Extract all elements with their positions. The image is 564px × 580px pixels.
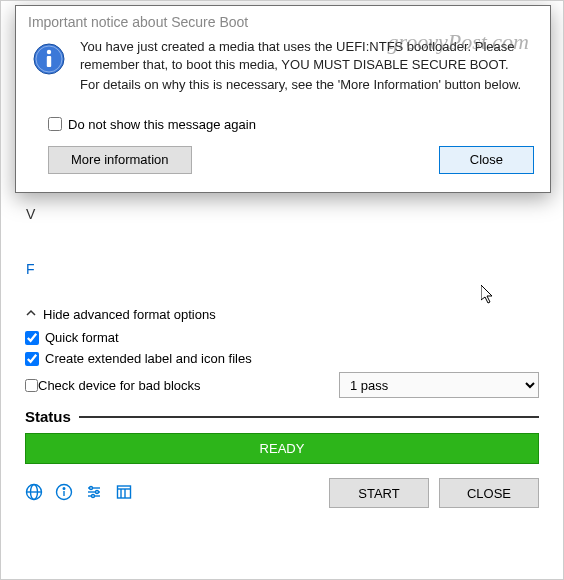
info-icon [32,42,66,97]
svg-point-13 [96,490,99,493]
close-dialog-button[interactable]: Close [439,146,534,174]
divider [79,416,539,418]
svg-point-8 [63,487,65,489]
dialog-title: Important notice about Secure Boot [16,6,550,34]
svg-rect-3 [47,56,51,67]
pass-count-select[interactable]: 1 pass [339,372,539,398]
hide-advanced-toggle[interactable]: Hide advanced format options [25,307,539,322]
dont-show-again-label: Do not show this message again [68,117,256,132]
settings-icon[interactable] [85,483,103,504]
more-information-button[interactable]: More information [48,146,192,174]
svg-point-2 [47,50,51,54]
dont-show-again-checkbox[interactable] [48,117,62,131]
log-icon[interactable] [115,483,133,504]
svg-point-11 [90,486,93,489]
svg-rect-16 [118,486,131,498]
bg-char: F [26,261,35,277]
svg-point-15 [92,494,95,497]
create-extended-checkbox[interactable] [25,352,39,366]
check-bad-blocks-label: Check device for bad blocks [38,378,201,393]
globe-icon[interactable] [25,483,43,504]
check-bad-blocks-checkbox[interactable] [25,379,38,392]
hide-advanced-label: Hide advanced format options [43,307,216,322]
status-bar: READY [25,433,539,464]
start-button[interactable]: START [329,478,429,508]
quick-format-checkbox[interactable] [25,331,39,345]
chevron-up-icon [25,307,37,322]
dialog-body: You have just created a media that uses … [80,38,534,97]
create-extended-label: Create extended label and icon files [45,351,252,366]
bg-char: V [26,206,35,222]
quick-format-label: Quick format [45,330,119,345]
secure-boot-dialog: Important notice about Secure Boot You h… [15,5,551,193]
close-button[interactable]: CLOSE [439,478,539,508]
status-heading: Status [25,408,71,425]
info-icon[interactable] [55,483,73,504]
